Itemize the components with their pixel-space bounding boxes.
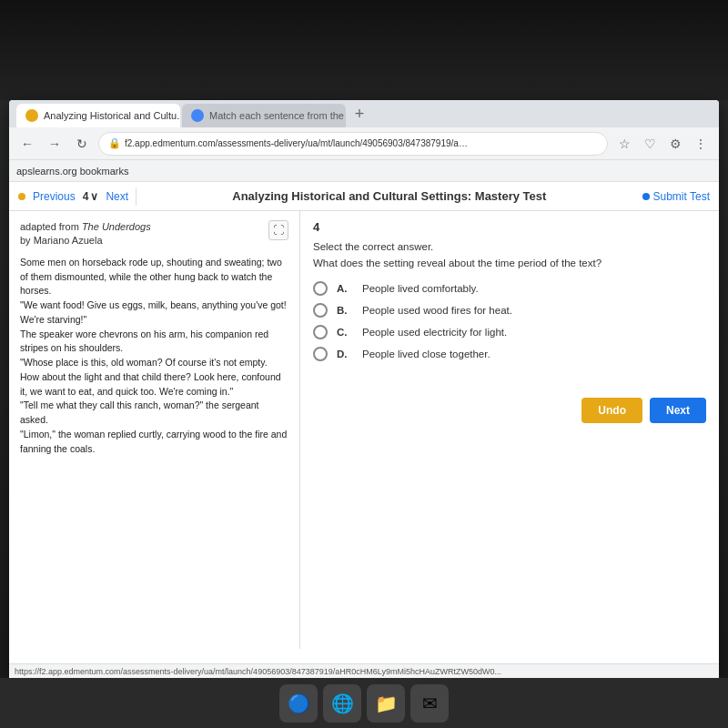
tab-active[interactable]: Analyzing Historical and Cultu... ✕ [16, 104, 180, 127]
choice-text-a: People lived comfortably. [362, 283, 479, 294]
submit-label: Submit Test [653, 190, 710, 203]
passage-body: Some men on horseback rode up, shouting … [20, 256, 288, 457]
reload-button[interactable]: ↻ [71, 133, 93, 155]
right-panel: 4 Select the correct answer. What does t… [300, 211, 719, 649]
radio-c[interactable] [313, 325, 328, 339]
choice-label-d: D. [337, 349, 353, 359]
forward-button[interactable]: → [44, 133, 66, 155]
passage-header: adapted from The Underdogs by Mariano Az… [20, 220, 288, 248]
lock-icon: 🔒 [108, 137, 121, 149]
question-text: What does the setting reveal about the t… [313, 258, 706, 268]
next-label-toolbar: Next [106, 190, 128, 203]
tab-active-label: Analyzing Historical and Cultu... [44, 110, 180, 121]
toolbar-divider [136, 187, 136, 206]
question-instruction: Select the correct answer. [313, 241, 706, 252]
choice-d[interactable]: D. People lived close together. [313, 347, 706, 361]
button-area: Undo Next [313, 389, 706, 423]
left-panel: adapted from The Underdogs by Mariano Az… [9, 211, 300, 649]
question-number-nav[interactable]: 4 ∨ [83, 190, 99, 203]
radio-d[interactable] [313, 347, 328, 361]
star-button[interactable]: ☆ [613, 133, 635, 155]
source-prefix: adapted from [20, 221, 79, 232]
profile-button[interactable]: ♡ [639, 133, 661, 155]
taskbar-icon-folder[interactable]: 📁 [367, 684, 405, 723]
tab-icon-inactive [191, 109, 204, 122]
tab-bar: Analyzing Historical and Cultu... ✕ Matc… [9, 100, 719, 127]
address-input[interactable]: 🔒 f2.app.edmentum.com/assessments-delive… [98, 132, 608, 156]
next-button[interactable]: Next [650, 398, 706, 423]
radio-b[interactable] [313, 303, 328, 318]
question-number: 4 [313, 220, 706, 234]
browser-window: Analyzing Historical and Cultu... ✕ Matc… [9, 100, 719, 678]
radio-a[interactable] [313, 281, 328, 296]
choice-label-b: B. [337, 305, 353, 316]
top-area [0, 0, 728, 100]
new-tab-button[interactable]: + [348, 102, 371, 126]
browser-actions: ☆ ♡ ⚙ ⋮ [613, 133, 712, 155]
tab-inactive[interactable]: Match each sentence from the p... ✕ [182, 104, 346, 127]
test-title: Analyzing Historical and Cultural Settin… [144, 189, 634, 203]
app-toolbar: Previous 4 ∨ Next Analyzing Historical a… [9, 182, 719, 211]
status-url: https://f2.app.edmentum.com/assessments-… [15, 667, 501, 676]
choice-b[interactable]: B. People used wood fires for heat. [313, 303, 706, 318]
desktop: Analyzing Historical and Cultu... ✕ Matc… [0, 0, 728, 728]
back-button[interactable]: ← [16, 133, 38, 155]
address-bar: ← → ↻ 🔒 f2.app.edmentum.com/assessments-… [9, 127, 719, 160]
submit-dot [642, 193, 650, 200]
taskbar-icon-mail[interactable]: ✉ [410, 684, 449, 723]
taskbar-icon-finder[interactable]: 🔵 [279, 684, 318, 723]
passage-title-text: The Underdogs [82, 221, 151, 232]
nav-num: 4 [83, 190, 89, 203]
expand-button[interactable]: ⛶ [268, 220, 288, 240]
choice-text-c: People used electricity for light. [362, 327, 507, 338]
content-area: adapted from The Underdogs by Mariano Az… [9, 211, 719, 649]
passage-citation: adapted from The Underdogs by Mariano Az… [20, 220, 151, 248]
bookmarks-bar: apslearns.org bookmarks [9, 160, 719, 182]
previous-button[interactable]: Previous [33, 190, 76, 203]
submit-test-button[interactable]: Submit Test [642, 190, 710, 203]
tab-icon-active [25, 109, 38, 122]
answer-choices: A. People lived comfortably. B. People u… [313, 281, 706, 361]
prev-dot [18, 193, 25, 200]
extension-button[interactable]: ⚙ [664, 133, 686, 155]
status-bar: https://f2.app.edmentum.com/assessments-… [9, 663, 719, 678]
choice-text-b: People used wood fires for heat. [362, 305, 512, 316]
next-button-toolbar[interactable]: Next [106, 190, 128, 203]
prev-label: Previous [33, 190, 76, 203]
choice-label-c: C. [337, 327, 353, 338]
taskbar-icon-chrome[interactable]: 🌐 [323, 684, 361, 723]
choice-label-a: A. [337, 283, 353, 294]
passage-author: by Mariano Azuela [20, 235, 103, 246]
undo-button[interactable]: Undo [581, 398, 642, 423]
address-url: f2.app.edmentum.com/assessments-delivery… [125, 138, 470, 148]
choice-text-d: People lived close together. [362, 349, 490, 359]
taskbar: 🔵 🌐 📁 ✉ [0, 678, 728, 728]
menu-button[interactable]: ⋮ [690, 133, 712, 155]
choice-a[interactable]: A. People lived comfortably. [313, 281, 706, 296]
chevron-down-icon: ∨ [90, 190, 98, 203]
tab-inactive-label: Match each sentence from the p... [209, 110, 346, 121]
bookmarks-label: apslearns.org bookmarks [16, 166, 129, 177]
choice-c[interactable]: C. People used electricity for light. [313, 325, 706, 339]
